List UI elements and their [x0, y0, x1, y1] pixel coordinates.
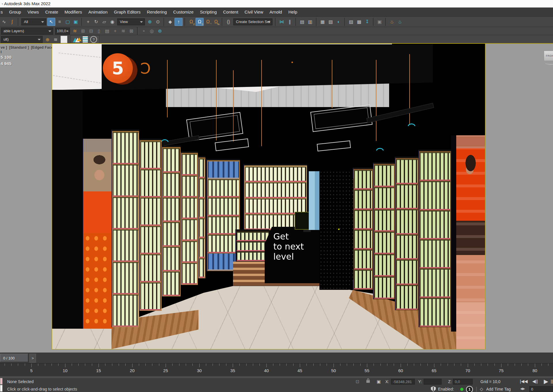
previous-frame-button[interactable]: ◀||	[532, 379, 538, 384]
track-bar-ruler[interactable]: 5101520253035404550556065707580	[0, 363, 553, 376]
absolute-mode-icon[interactable]: ▣	[377, 379, 381, 384]
menu-item-customize[interactable]: Customize	[170, 7, 197, 16]
angle-snap-icon[interactable]: Ω°	[204, 18, 212, 26]
keyboard-override-icon[interactable]: ↑	[175, 18, 183, 26]
isolate-selection-icon[interactable]: ⊡	[356, 379, 359, 384]
render-safe-frame[interactable]: 5 Ɔ	[52, 43, 485, 349]
target-mini-icon[interactable]: ◎	[148, 27, 156, 35]
menu-item-rendering[interactable]: Rendering	[144, 7, 170, 16]
window-crossing-icon[interactable]: ▣	[72, 18, 79, 26]
menu-item-arnold[interactable]: Arnold	[266, 7, 285, 16]
menu-item-modifiers[interactable]: Modifiers	[61, 7, 85, 16]
z-coordinate-field[interactable]: 0,0	[453, 379, 473, 385]
go-to-start-button[interactable]: |◀◀	[520, 379, 528, 384]
pivot-mini-icon[interactable]: ∘	[140, 27, 147, 35]
placement-icon[interactable]: ◉	[109, 18, 116, 26]
menu-item-scripting[interactable]: Scripting	[197, 7, 220, 16]
menu-item-s[interactable]: s	[0, 7, 6, 16]
select-layer-icon[interactable]: ▤	[103, 27, 111, 35]
time-slider-track[interactable]: 0 / 100 >	[0, 353, 553, 364]
move-icon[interactable]: +	[84, 18, 92, 26]
rectangular-region-icon[interactable]: ▢	[64, 18, 71, 26]
menu-item-help[interactable]: Help	[285, 7, 300, 16]
reference-coordinate-dropdown[interactable]: View	[117, 18, 145, 25]
set-current-layer-icon[interactable]: +	[111, 27, 119, 35]
named-selection-dropdown[interactable]: Create Selection Set	[233, 18, 272, 25]
right-shelf-bay[interactable]	[395, 157, 418, 310]
render-setup-icon[interactable]: ▨	[347, 18, 355, 26]
time-slider-next-button[interactable]: >	[29, 354, 36, 363]
layer-spinner[interactable]: 100,0	[55, 28, 70, 35]
notes-doc-icon[interactable]	[83, 36, 88, 43]
viewcube-ring[interactable]	[545, 61, 553, 65]
viewport-label[interactable]: ve ] [Standard ] [Edged Faces ]	[1, 45, 58, 50]
store-header-panel[interactable]	[102, 44, 433, 90]
render-production-teapot-icon[interactable]: ♨	[388, 18, 396, 26]
mini-listener-macro-pane[interactable]	[0, 378, 3, 385]
menu-item-graph-editors[interactable]: Graph Editors	[111, 7, 144, 16]
menu-item-create[interactable]: Create	[42, 7, 61, 16]
layer-explorer-icon[interactable]: ▥	[306, 18, 314, 26]
remove-layer-icon[interactable]: ⊠	[128, 27, 135, 35]
enabled-count-badge[interactable]: 1	[466, 386, 473, 392]
percent-snap-icon[interactable]: Ω%	[212, 18, 220, 26]
add-to-layer-icon[interactable]: ▯	[95, 27, 103, 35]
select-object-icon[interactable]: ↖	[47, 18, 55, 26]
hanging-light-frame[interactable]	[310, 105, 373, 132]
menu-item-content[interactable]: Content	[220, 7, 242, 16]
snaps-3d-icon[interactable]: Ω3	[196, 18, 204, 26]
spheres-mini-icon[interactable]: ⊚	[156, 27, 164, 35]
caddy-shield-icon[interactable]	[431, 386, 436, 392]
brand-logo-circle[interactable]: 5	[103, 53, 133, 83]
use-pivot-icon[interactable]: ⊙	[154, 18, 162, 26]
left-black-wall[interactable]	[52, 90, 83, 329]
left-shelf-bay[interactable]	[111, 130, 139, 327]
rendered-frame-icon[interactable]: ▩	[355, 18, 363, 26]
curve-editor-icon[interactable]: ▦	[319, 18, 326, 26]
render-arrow-icon[interactable]: ↧	[363, 18, 371, 26]
left-shelf-bay[interactable]	[198, 156, 205, 278]
right-shelf-bay[interactable]	[353, 168, 373, 290]
title-bar[interactable]: - Autodesk 3ds Max 2022	[0, 0, 553, 7]
render-iterative-teapot-icon[interactable]: ♨	[396, 18, 404, 26]
undo-curve-icon[interactable]: ∿	[0, 18, 8, 26]
viewcube[interactable]: FRONT	[544, 51, 553, 61]
scale-icon[interactable]: ▱	[101, 18, 108, 26]
selected-black-panel[interactable]	[319, 170, 353, 290]
y-coordinate-field[interactable]	[424, 379, 442, 385]
select-link-icon[interactable]: ∫	[8, 18, 16, 26]
time-tag-cube-icon[interactable]: ◇	[480, 387, 483, 392]
right-shelf-bay[interactable]	[373, 162, 395, 299]
schematic-view-icon[interactable]: ▧	[327, 18, 334, 26]
left-shelf-bay[interactable]	[162, 146, 181, 296]
x-coordinate-field[interactable]: -58348,281	[391, 379, 415, 385]
time-slider-handle[interactable]: 0 / 100	[0, 354, 28, 362]
align-icon[interactable]: ∥	[286, 18, 293, 26]
right-black-column[interactable]	[451, 135, 456, 332]
play-button[interactable]: ▶	[544, 378, 548, 385]
logo-wireframe-spline[interactable]: Ɔ	[140, 60, 151, 77]
center-shelf-unit[interactable]	[207, 159, 240, 271]
current-frame-field[interactable]: 0	[529, 386, 553, 392]
get-to-next-level-sign[interactable]: Get to next level	[265, 227, 325, 283]
poster-man[interactable]	[83, 139, 113, 234]
add-state-icon[interactable]: ⊕	[44, 36, 51, 43]
help-icon[interactable]: ?	[90, 36, 97, 43]
pivot-center-icon[interactable]: ⊕	[146, 18, 154, 26]
orange-pillar[interactable]	[83, 233, 113, 329]
next-frame-button[interactable]: ||	[551, 379, 553, 384]
blue-side-panels[interactable]	[309, 171, 320, 230]
select-manipulate-icon[interactable]: ◆	[166, 18, 174, 26]
states-stack-icon[interactable]: ≋	[52, 36, 59, 43]
mini-listener-script-pane[interactable]	[0, 385, 3, 392]
center-shelf-unit[interactable]	[235, 229, 269, 262]
frame-spinner-arrows[interactable]: ◀▶	[520, 387, 525, 391]
add-time-tag-button[interactable]: Add Time Tag	[486, 387, 511, 391]
selection-lock-icon[interactable]	[366, 380, 370, 383]
state-sets-dropdown[interactable]: ult)	[1, 36, 43, 43]
populate-trees-icon[interactable]	[73, 36, 80, 43]
snaps-toggle-icon[interactable]: Ω2	[188, 18, 195, 26]
hanging-light-frame[interactable]	[317, 140, 351, 151]
create-layer-icon[interactable]: ⊞	[79, 27, 87, 35]
right-shelf-bay[interactable]	[418, 150, 451, 327]
